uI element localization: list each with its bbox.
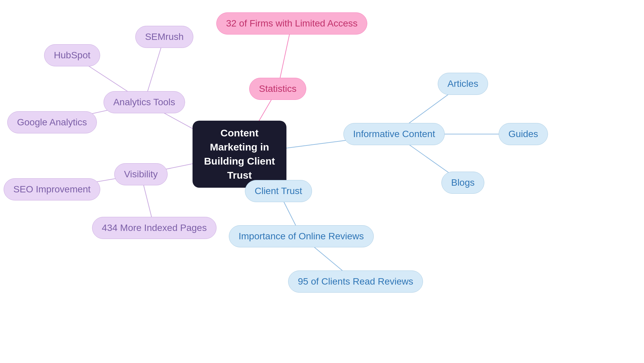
firms-limited-node: 32 of Firms with Limited Access — [216, 12, 367, 35]
online-reviews-node: Importance of Online Reviews — [229, 225, 374, 247]
hubspot-node: HubSpot — [44, 44, 100, 66]
client-trust-node: Client Trust — [245, 180, 312, 202]
statistics-node: Statistics — [249, 78, 306, 100]
blogs-node: Blogs — [441, 172, 484, 194]
mind-map: Content Marketing in Building Client Tru… — [0, 0, 644, 363]
indexed-pages-node: 434 More Indexed Pages — [92, 217, 217, 239]
informative-content-node: Informative Content — [343, 123, 445, 145]
guides-node: Guides — [499, 123, 548, 145]
center-node: Content Marketing in Building Client Tru… — [193, 121, 286, 188]
semrush-node: SEMrush — [135, 26, 193, 48]
analytics-tools-node: Analytics Tools — [104, 91, 185, 113]
articles-node: Articles — [438, 73, 488, 95]
seo-improvement-node: SEO Improvement — [4, 178, 100, 200]
visibility-node: Visibility — [114, 163, 168, 185]
clients-read-reviews-node: 95 of Clients Read Reviews — [288, 270, 423, 293]
google-analytics-node: Google Analytics — [7, 111, 97, 133]
